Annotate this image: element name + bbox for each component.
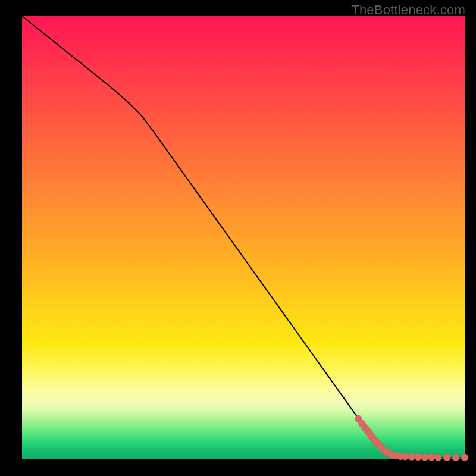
scatter-point	[415, 453, 422, 461]
chart-overlay	[22, 16, 465, 459]
scatter-point	[461, 454, 468, 461]
scatter-point	[452, 454, 459, 461]
chart-frame: TheBottleneck.com	[0, 0, 476, 476]
scatter-point	[443, 454, 450, 461]
watermark-text: TheBottleneck.com	[351, 2, 465, 18]
curve-line	[22, 16, 465, 458]
scatter-point	[428, 453, 435, 461]
scatter-point	[421, 453, 428, 461]
scatter-point	[408, 453, 415, 461]
scatter-point	[434, 454, 441, 461]
scatter-group	[355, 415, 468, 461]
plot-area	[22, 16, 465, 459]
scatter-point	[402, 453, 409, 460]
